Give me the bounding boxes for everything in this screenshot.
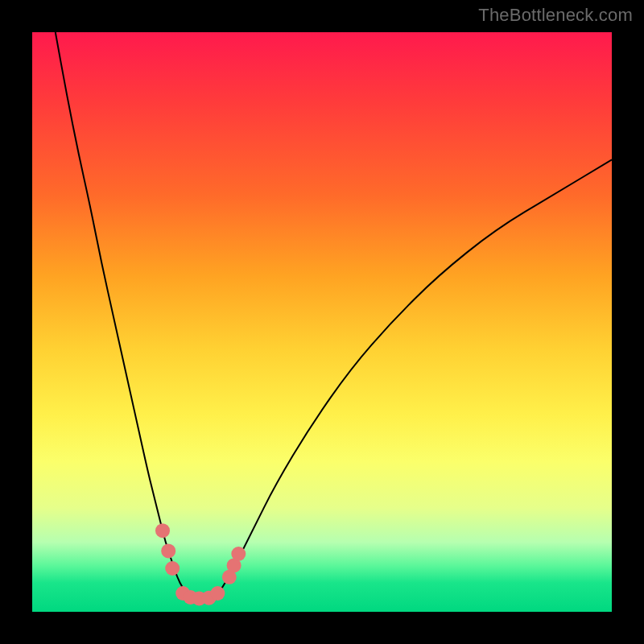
chart-frame: TheBottleneck.com bbox=[0, 0, 644, 644]
plot-area bbox=[32, 32, 612, 612]
curve-marker bbox=[231, 547, 246, 561]
curve-marker bbox=[210, 586, 225, 601]
chart-overlay bbox=[32, 32, 612, 612]
curve-marker bbox=[155, 523, 170, 538]
curve-markers bbox=[155, 523, 246, 605]
watermark-text: TheBottleneck.com bbox=[478, 5, 633, 26]
bottleneck-curve bbox=[56, 32, 612, 601]
curve-marker bbox=[161, 543, 175, 558]
curve-marker bbox=[165, 561, 180, 576]
